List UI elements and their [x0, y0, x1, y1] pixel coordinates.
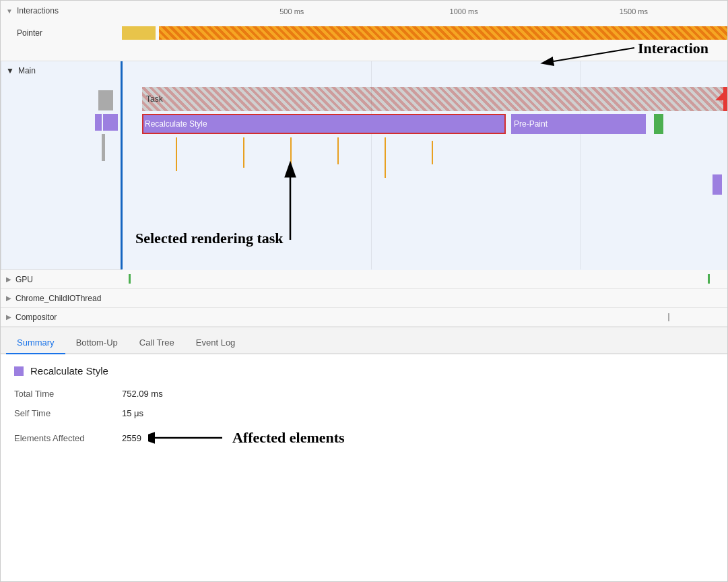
summary-total-time-row: Total Time 752.09 ms — [14, 389, 715, 399]
main-header: ▼ Main — [1, 61, 728, 80]
summary-self-time-row: Self Time 15 μs — [14, 408, 715, 418]
compositor-content — [127, 311, 723, 324]
main-label: Main — [18, 66, 36, 75]
purple-block-right — [713, 174, 722, 195]
chrome-child-label-text: Chrome_ChildIOThread — [15, 294, 101, 303]
summary-title-text: Recalculate Style — [30, 365, 108, 377]
affected-elements-annotation-text: Affected elements — [232, 429, 345, 447]
tab-bottom-up[interactable]: Bottom-Up — [65, 332, 129, 354]
summary-elements-key: Elements Affected — [14, 433, 122, 443]
summary-elements-affected-row: Elements Affected 2559 Affected elements — [14, 428, 715, 448]
svg-line-1 — [554, 48, 634, 61]
compositor-row: ▶ Compositor — [1, 308, 728, 327]
summary-self-time-val: 15 μs — [122, 408, 143, 418]
chrome-child-content — [127, 292, 723, 305]
chrome-triangle[interactable]: ▶ — [6, 294, 11, 302]
vbar-1 — [176, 137, 177, 171]
compositor-divider — [668, 313, 669, 321]
pointer-row: Pointer — [1, 21, 728, 45]
compositor-label-text: Compositor — [15, 313, 57, 322]
gpu-triangle[interactable]: ▶ — [6, 276, 11, 283]
label-500ms: 500 ms — [279, 7, 304, 15]
interactions-label: Interactions — [17, 6, 59, 15]
vbar-6 — [432, 141, 433, 164]
collapsed-rows: ▶ GPU ▶ Chrome_ChildIOThread ▶ Composito… — [1, 270, 728, 327]
chrome-child-row: ▶ Chrome_ChildIOThread — [1, 289, 728, 308]
gpu-content — [127, 273, 723, 286]
purple-block-main — [103, 114, 118, 131]
label-1000ms: 1000 ms — [450, 7, 478, 15]
pointer-orange-bar — [159, 26, 728, 40]
summary-self-time-key: Self Time — [14, 408, 122, 418]
pointer-label-text: Pointer — [17, 28, 42, 38]
pointer-yellow-block — [122, 26, 156, 40]
purple-block-small — [95, 114, 102, 131]
blue-left-border — [121, 61, 123, 269]
main-content: Task Recalculate Style Pre-Paint — [122, 80, 728, 270]
task-label: Task — [145, 87, 163, 111]
vbar-2 — [243, 137, 244, 168]
interactions-triangle[interactable]: ▼ — [6, 7, 13, 15]
gpu-green-bar-right — [708, 274, 710, 284]
task-red-triangle — [715, 87, 728, 100]
affected-elements-arrow — [148, 428, 229, 448]
recalculate-style-bar[interactable] — [142, 114, 506, 134]
tab-call-tree[interactable]: Call Tree — [129, 332, 185, 354]
main-section: ▼ Main Task Recalculate Style — [1, 61, 728, 270]
chrome-child-label: ▶ Chrome_ChildIOThread — [6, 294, 127, 303]
summary-panel: Recalculate Style Total Time 752.09 ms S… — [1, 354, 728, 582]
task-bar[interactable] — [142, 87, 728, 111]
interactions-header: ▼ Interactions 500 ms 1000 ms 1500 ms — [1, 1, 728, 21]
summary-total-time-key: Total Time — [14, 389, 122, 399]
summary-elements-val: 2559 — [122, 433, 141, 443]
gpu-label-text: GPU — [15, 275, 33, 284]
gray-block-2 — [102, 134, 105, 161]
interactions-section: ▼ Interactions 500 ms 1000 ms 1500 ms Po… — [1, 1, 728, 61]
gray-block-1 — [98, 90, 113, 110]
gpu-green-bar — [129, 274, 131, 284]
main-triangle[interactable]: ▼ — [6, 66, 14, 75]
vbar-5 — [385, 137, 386, 178]
summary-color-box — [14, 366, 24, 376]
vbar-4 — [337, 137, 339, 164]
compositor-label: ▶ Compositor — [6, 313, 127, 322]
pointer-label: Pointer — [1, 28, 122, 38]
tab-event-log[interactable]: Event Log — [185, 332, 246, 354]
timeline-labels: 500 ms 1000 ms 1500 ms — [122, 2, 728, 21]
green-bar-right — [654, 114, 663, 134]
gpu-row: ▶ GPU — [1, 270, 728, 289]
gpu-label: ▶ GPU — [6, 275, 127, 284]
tab-summary[interactable]: Summary — [6, 332, 65, 354]
label-1500ms: 1500 ms — [620, 7, 648, 15]
pointer-content — [122, 24, 728, 42]
vbar-3 — [290, 137, 292, 174]
summary-title-row: Recalculate Style — [14, 365, 715, 377]
summary-total-time-val: 752.09 ms — [122, 389, 163, 399]
tabs-bar: Summary Bottom-Up Call Tree Event Log — [1, 327, 728, 354]
performance-panel: ▼ Interactions 500 ms 1000 ms 1500 ms Po… — [1, 1, 728, 582]
main-left-decorations — [95, 80, 122, 270]
compositor-triangle[interactable]: ▶ — [6, 313, 11, 321]
prepaint-bar[interactable] — [511, 114, 646, 134]
